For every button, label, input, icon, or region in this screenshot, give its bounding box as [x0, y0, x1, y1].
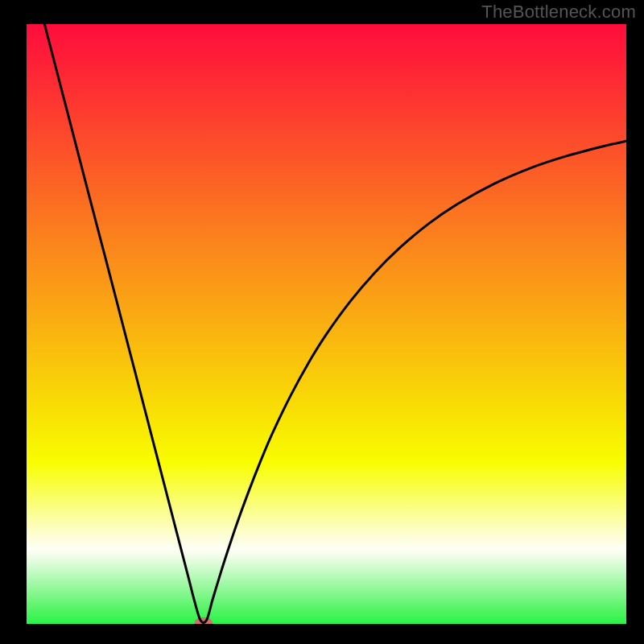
plot-background [27, 24, 626, 624]
chart-frame: { "watermark": "TheBottleneck.com", "cha… [0, 0, 644, 644]
watermark-text: TheBottleneck.com [481, 2, 636, 23]
bottleneck-chart [0, 0, 644, 644]
